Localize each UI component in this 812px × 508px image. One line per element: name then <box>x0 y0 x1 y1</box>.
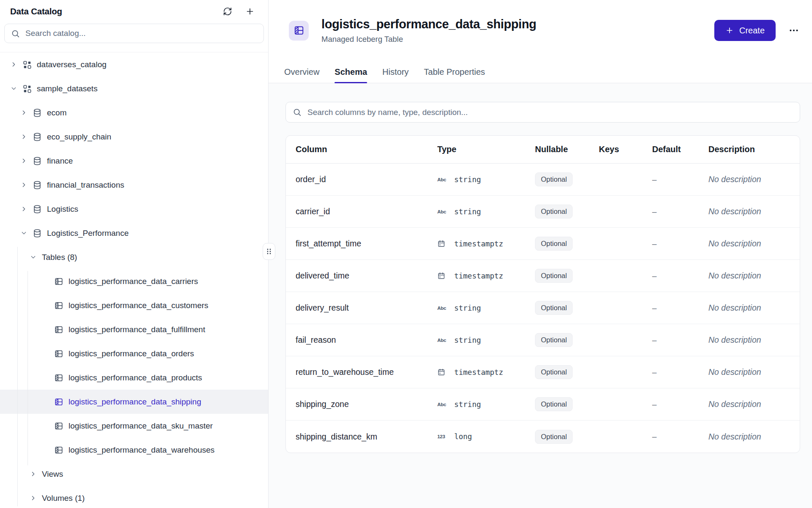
sidebar-item-label: dataverses_catalog <box>37 60 107 69</box>
sidebar-item-label: logistics_performance_data_products <box>69 373 202 382</box>
plus-icon <box>245 7 255 16</box>
type-name: timestamptz <box>454 368 503 377</box>
chevron-right-icon[interactable] <box>30 470 37 478</box>
columns-search-input[interactable] <box>307 108 793 117</box>
sidebar-item-label: ecom <box>47 108 66 117</box>
default-cell: – <box>652 239 708 249</box>
column-name: return_to_warehouse_time <box>296 367 437 377</box>
sidebar-item-eco-supply-chain[interactable]: eco_supply_chain <box>0 125 268 149</box>
chevron-right-icon[interactable] <box>20 109 27 116</box>
chevron-right-icon[interactable] <box>20 181 27 188</box>
sidebar-item-sample-datasets[interactable]: sample_datasets <box>0 76 268 101</box>
database-icon <box>33 108 42 117</box>
table-icon <box>54 445 63 455</box>
database-icon <box>33 229 42 238</box>
chevron-down-icon[interactable] <box>10 85 17 92</box>
number-type-icon: 123 <box>437 434 445 439</box>
column-name: delivered_time <box>296 271 437 281</box>
table-icon <box>54 373 63 382</box>
create-button[interactable]: Create <box>714 20 776 41</box>
sidebar-item-label: eco_supply_chain <box>47 132 111 142</box>
search-icon <box>293 108 302 117</box>
table-icon <box>54 301 63 310</box>
chevron-down-icon[interactable] <box>30 254 37 261</box>
nullable-badge: Optional <box>535 430 573 444</box>
page-title: logistics_performance_data_shipping <box>321 17 536 31</box>
database-icon <box>33 132 42 142</box>
tab-overview[interactable]: Overview <box>284 61 319 83</box>
add-button[interactable] <box>244 6 255 17</box>
type-cell: Abcstring <box>437 304 535 312</box>
description-cell: No description <box>708 335 791 345</box>
sidebar-item-ecom[interactable]: ecom <box>0 101 268 125</box>
create-button-label: Create <box>739 26 765 36</box>
tab-table-properties[interactable]: Table Properties <box>424 61 485 83</box>
column-name: delivery_result <box>296 303 437 313</box>
sidebar-item-logistics-performance[interactable]: Logistics_Performance <box>0 221 268 245</box>
sidebar-item-logistics-performance-data-fulfillment[interactable]: logistics_performance_data_fulfillment <box>0 317 268 341</box>
main-panel: logistics_performance_data_shipping Mana… <box>269 0 812 508</box>
schema-row-carrier_id: carrier_idAbcstringOptional–No descripti… <box>286 196 800 228</box>
sidebar-item-label: finance <box>47 156 73 166</box>
catalog-search-input[interactable] <box>25 29 257 38</box>
type-cell: Abcstring <box>437 175 535 184</box>
sidebar-item-logistics-performance-data-warehouses[interactable]: logistics_performance_data_warehouses <box>0 438 268 462</box>
chevron-right-icon[interactable] <box>30 494 37 502</box>
chevron-right-icon[interactable] <box>10 61 17 68</box>
schema-content: Column Type Nullable Keys Default Descri… <box>269 83 812 508</box>
sidebar-item-label: sample_datasets <box>37 84 98 93</box>
chevron-right-icon[interactable] <box>20 205 27 213</box>
sidebar-item-dataverses-catalog[interactable]: dataverses_catalog <box>0 52 268 76</box>
table-icon <box>54 277 63 286</box>
search-icon <box>11 29 20 38</box>
sidebar-item-logistics-performance-data-shipping[interactable]: logistics_performance_data_shipping <box>0 390 268 414</box>
sidebar-item-label: logistics_performance_data_customers <box>69 301 208 310</box>
more-actions-button[interactable] <box>788 25 799 36</box>
calendar-type-icon <box>437 272 445 280</box>
sidebar-item-logistics-performance-data-products[interactable]: logistics_performance_data_products <box>0 366 268 390</box>
refresh-icon <box>223 7 232 16</box>
sidebar-item-logistics-performance-data-sku-master[interactable]: logistics_performance_data_sku_master <box>0 414 268 438</box>
text-type-icon: Abc <box>437 177 446 182</box>
sidebar-item-volumes-1-[interactable]: Volumes (1) <box>0 486 268 508</box>
text-type-icon: Abc <box>437 306 446 311</box>
tab-schema[interactable]: Schema <box>335 61 367 83</box>
plus-icon <box>725 26 734 35</box>
sidebar: Data Catalog dataverses_catalogsample_da… <box>0 0 269 508</box>
sidebar-item-finance[interactable]: finance <box>0 149 268 173</box>
catalog-search <box>4 24 264 43</box>
type-cell: timestamptz <box>437 272 535 280</box>
table-header: logistics_performance_data_shipping Mana… <box>269 0 812 61</box>
type-name: string <box>454 208 481 216</box>
sidebar-item-tables-8-[interactable]: Tables (8) <box>0 245 268 269</box>
column-header: Default <box>652 145 708 154</box>
sidebar-item-logistics-performance-data-orders[interactable]: logistics_performance_data_orders <box>0 341 268 366</box>
column-name: carrier_id <box>296 207 437 216</box>
nullable-badge: Optional <box>535 301 573 315</box>
chevron-right-icon[interactable] <box>20 157 27 164</box>
sidebar-item-views[interactable]: Views <box>0 462 268 486</box>
type-cell: Abcstring <box>437 400 535 409</box>
tree-indent-guide <box>27 271 28 465</box>
schema-row-shipping_zone: shipping_zoneAbcstringOptional–No descri… <box>286 388 800 421</box>
tab-history[interactable]: History <box>382 61 409 83</box>
nullable-badge: Optional <box>535 205 573 218</box>
sidebar-item-financial-transactions[interactable]: financial_transactions <box>0 173 268 197</box>
database-icon <box>33 180 42 190</box>
sidebar-item-logistics[interactable]: Logistics <box>0 197 268 221</box>
nullable-badge: Optional <box>535 269 573 283</box>
description-cell: No description <box>708 239 791 249</box>
refresh-button[interactable] <box>222 6 233 17</box>
sidebar-item-logistics-performance-data-customers[interactable]: logistics_performance_data_customers <box>0 293 268 317</box>
type-cell: 123long <box>437 432 535 441</box>
chevron-right-icon[interactable] <box>20 133 27 140</box>
sidebar-resize-handle[interactable] <box>263 243 275 260</box>
calendar-type-icon <box>437 368 445 376</box>
sidebar-item-logistics-performance-data-carriers[interactable]: logistics_performance_data_carriers <box>0 269 268 293</box>
schema-row-delivered_time: delivered_timetimestamptzOptional–No des… <box>286 260 800 292</box>
chevron-down-icon[interactable] <box>20 229 27 237</box>
default-cell: – <box>652 400 708 409</box>
default-cell: – <box>652 303 708 313</box>
default-cell: – <box>652 271 708 281</box>
database-icon <box>33 205 42 214</box>
